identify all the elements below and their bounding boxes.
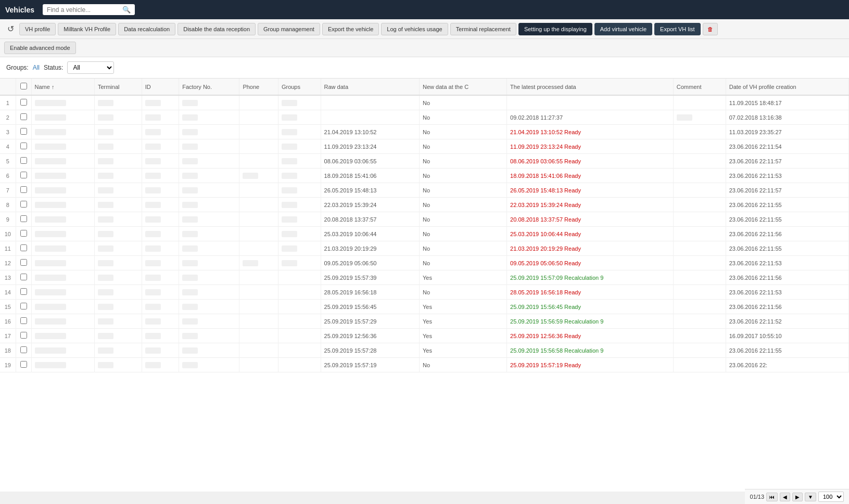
row-checkbox-cell[interactable] (16, 227, 31, 241)
col-comment[interactable]: Comment (673, 79, 726, 95)
col-raw-data[interactable]: Raw data (321, 79, 420, 95)
row-checkbox[interactable] (20, 346, 27, 353)
row-checkbox[interactable] (20, 259, 27, 266)
row-checkbox-cell[interactable] (16, 139, 31, 154)
row-checkbox-cell[interactable] (16, 241, 31, 256)
col-factory-no[interactable]: Factory No. (179, 79, 239, 95)
vehicles-table: Name ↑ Terminal ID Factory No. Phone Gro… (0, 79, 849, 372)
row-checkbox-cell[interactable] (16, 183, 31, 198)
vh-profile-button[interactable]: VH profile (19, 23, 56, 35)
disable-data-reception-button[interactable]: Disable the data reception (178, 23, 256, 35)
group-management-button[interactable]: Group management (258, 23, 320, 35)
row-checkbox-cell[interactable] (16, 169, 31, 183)
row-checkbox[interactable] (20, 186, 27, 193)
table-row: 13 25.09.2019 15:57:39 Yes 25.09.2019 15… (0, 270, 849, 285)
table-row: 15 25.09.2019 15:56:45 Yes 25.09.2019 15… (0, 300, 849, 314)
delete-button[interactable]: 🗑 (703, 23, 718, 35)
new-data-cell: No (420, 154, 507, 169)
raw-data-cell (321, 95, 420, 110)
groups-val (282, 144, 297, 150)
row-checkbox[interactable] (20, 332, 27, 339)
col-date-created[interactable]: Date of VH profile creation (726, 79, 848, 95)
name-cell (31, 329, 94, 343)
terminal-val (98, 275, 113, 281)
setting-up-displaying-button[interactable]: Setting up the displaying (518, 23, 592, 35)
select-all-checkbox[interactable] (20, 83, 27, 89)
enable-advanced-mode-button[interactable]: Enable advanced mode (4, 42, 76, 54)
row-checkbox-cell[interactable] (16, 110, 31, 125)
name-cell (31, 110, 94, 125)
col-name[interactable]: Name ↑ (31, 79, 94, 95)
row-checkbox[interactable] (20, 244, 27, 251)
terminal-replacement-button[interactable]: Terminal replacement (450, 23, 516, 35)
date-created-cell: 23.06.2016 22: (726, 358, 848, 372)
row-checkbox-cell[interactable] (16, 125, 31, 139)
col-new-data[interactable]: New data at the C (420, 79, 507, 95)
terminal-val (98, 304, 113, 310)
row-checkbox[interactable] (20, 99, 27, 106)
export-vehicle-button[interactable]: Export the vehicle (322, 23, 379, 35)
row-checkbox[interactable] (20, 201, 27, 208)
name-cell (31, 125, 94, 139)
date-created-cell: 23.06.2016 22:11:57 (726, 183, 848, 198)
date-created-cell: 23.06.2016 22:11:55 (726, 241, 848, 256)
row-checkbox[interactable] (20, 143, 27, 149)
col-terminal[interactable]: Terminal (94, 79, 142, 95)
phone-cell (239, 110, 278, 125)
new-data-cell: No (420, 241, 507, 256)
col-latest-processed[interactable]: The latest processed data (507, 79, 674, 95)
groups-val (282, 129, 297, 135)
id-val (145, 304, 161, 310)
col-phone[interactable]: Phone (239, 79, 278, 95)
row-checkbox-cell[interactable] (16, 270, 31, 285)
row-checkbox[interactable] (20, 274, 27, 280)
row-checkbox-cell[interactable] (16, 198, 31, 212)
terminal-cell (94, 358, 142, 372)
col-id[interactable]: ID (142, 79, 179, 95)
row-checkbox[interactable] (20, 317, 27, 324)
row-checkbox-cell[interactable] (16, 154, 31, 169)
row-checkbox[interactable] (20, 128, 27, 135)
row-checkbox-cell[interactable] (16, 256, 31, 270)
id-cell (142, 270, 179, 285)
col-checkbox[interactable] (16, 79, 31, 95)
log-vehicles-usage-button[interactable]: Log of vehicles usage (381, 23, 448, 35)
name-cell (31, 227, 94, 241)
new-data-cell: No (420, 198, 507, 212)
groups-all-link[interactable]: All (33, 64, 40, 71)
factory-cell (179, 198, 239, 212)
status-select[interactable]: All Active Inactive (67, 61, 114, 74)
comment-cell (673, 343, 726, 358)
new-data-cell: Yes (420, 329, 507, 343)
row-checkbox[interactable] (20, 230, 27, 237)
data-recalculation-button[interactable]: Data recalculation (118, 23, 175, 35)
row-checkbox[interactable] (20, 361, 27, 368)
militank-vh-profile-button[interactable]: Milltank VH Profile (58, 23, 116, 35)
row-checkbox-cell[interactable] (16, 300, 31, 314)
row-checkbox[interactable] (20, 113, 27, 120)
terminal-val (98, 318, 113, 325)
row-checkbox[interactable] (20, 288, 27, 295)
row-checkbox-cell[interactable] (16, 314, 31, 329)
row-checkbox[interactable] (20, 215, 27, 222)
row-checkbox[interactable] (20, 303, 27, 309)
table-row: 19 25.09.2019 15:57:19 No 25.09.2019 15:… (0, 358, 849, 372)
row-checkbox-cell[interactable] (16, 212, 31, 227)
row-num: 7 (0, 183, 16, 198)
add-virtual-vehicle-button[interactable]: Add virtual vehicle (594, 23, 652, 35)
export-vh-list-button[interactable]: Export VH list (654, 23, 701, 35)
factory-val (182, 144, 198, 150)
row-checkbox-cell[interactable] (16, 285, 31, 300)
comment-cell (673, 227, 726, 241)
search-input[interactable] (47, 6, 120, 14)
vehicle-name (35, 202, 66, 208)
row-checkbox[interactable] (20, 157, 27, 164)
row-checkbox-cell[interactable] (16, 343, 31, 358)
latest-processed-cell: 09.02.2018 11:27:37 (507, 110, 674, 125)
row-checkbox-cell[interactable] (16, 358, 31, 372)
col-groups[interactable]: Groups (278, 79, 321, 95)
refresh-button[interactable]: ↺ (4, 22, 17, 35)
row-checkbox-cell[interactable] (16, 329, 31, 343)
row-checkbox-cell[interactable] (16, 95, 31, 110)
row-checkbox[interactable] (20, 172, 27, 178)
